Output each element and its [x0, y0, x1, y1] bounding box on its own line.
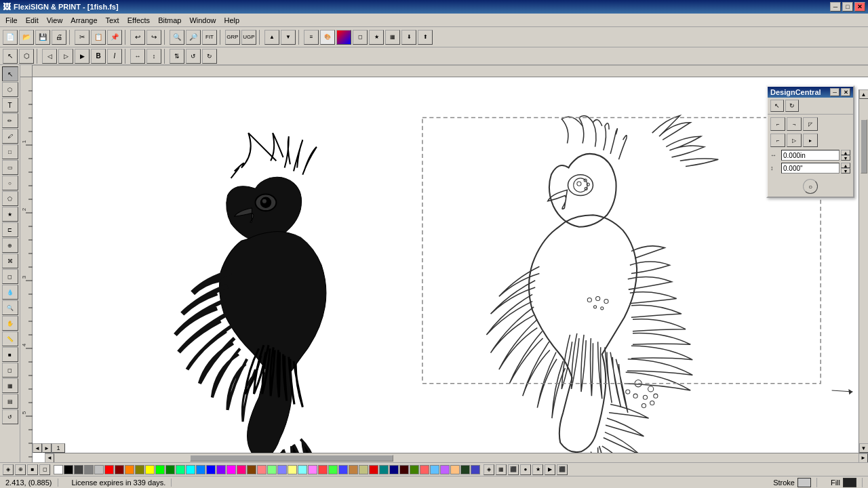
dc-minimize-button[interactable]: ─ [830, 88, 840, 96]
dc-align-tc[interactable]: ▷ [787, 134, 802, 147]
colorbar-icon5[interactable]: ★ [532, 464, 543, 475]
swatch-periwinkle[interactable] [338, 465, 348, 474]
tool-eraser[interactable]: ◻ [2, 269, 18, 284]
dc-align-bc[interactable]: ▸ [803, 134, 818, 147]
tool-text[interactable]: T [2, 98, 18, 113]
swatch-white[interactable] [54, 465, 63, 474]
color-mode-btn3[interactable]: ■ [27, 464, 38, 475]
swatch-blue[interactable] [206, 465, 216, 474]
tool-zoom[interactable]: 🔍 [2, 300, 18, 315]
dc-align-br[interactable]: ◸ [803, 117, 818, 131]
tool-gradient[interactable]: ▦ [2, 378, 18, 393]
menu-window[interactable]: Window [185, 15, 220, 26]
hscroll-thumb[interactable] [190, 455, 393, 462]
menu-arrange[interactable]: Arrange [66, 15, 101, 26]
color-mode-btn2[interactable]: ⊕ [15, 464, 26, 475]
menu-effects[interactable]: Effects [123, 15, 154, 26]
swatch-dolive[interactable] [135, 465, 144, 474]
right-align-button[interactable]: ▶ [75, 49, 90, 64]
tool-node[interactable]: ⬡ [2, 82, 18, 97]
tab-page1[interactable]: 1 [52, 443, 65, 453]
tool-knife[interactable]: ⌘ [2, 253, 18, 268]
center-align-button[interactable]: ▷ [58, 49, 73, 64]
select2-button[interactable]: ↖ [3, 49, 18, 64]
fill-button[interactable] [336, 30, 351, 45]
paste-button[interactable]: 📌 [107, 30, 122, 45]
tool-ellipse[interactable]: ○ [2, 176, 18, 190]
swatch-forest[interactable] [460, 465, 470, 474]
swatch-lblue2[interactable] [277, 465, 287, 474]
swatch-khaki[interactable] [359, 465, 368, 474]
back-button[interactable]: ▼ [281, 30, 296, 45]
scroll-down-button[interactable]: ▼ [859, 443, 869, 453]
colorbar-icon2[interactable]: ▦ [496, 464, 507, 475]
swatch-pink[interactable] [237, 465, 246, 474]
menu-file[interactable]: File [1, 15, 22, 26]
swatch-lyellow[interactable] [288, 465, 297, 474]
menu-view[interactable]: View [43, 15, 67, 26]
color-button[interactable]: 🎨 [320, 30, 335, 45]
menu-help[interactable]: Help [220, 15, 244, 26]
tool-fill[interactable]: ■ [2, 347, 18, 362]
cut-button[interactable]: ✂ [75, 30, 90, 45]
colorbar-icon1[interactable]: ◈ [484, 464, 494, 475]
effects-button[interactable]: ★ [369, 30, 384, 45]
tool-polygon[interactable]: ⬠ [2, 191, 18, 206]
tool-shape[interactable]: □ [2, 144, 18, 159]
tool-pen[interactable]: 🖊 [2, 129, 18, 144]
swatch-seagreen[interactable] [328, 465, 338, 474]
menu-text[interactable]: Text [102, 15, 123, 26]
node2-button[interactable]: ⬡ [19, 49, 34, 64]
colorbar-icon3[interactable]: ⬛ [508, 464, 519, 475]
tool-measure[interactable]: 📏 [2, 331, 18, 346]
rotate-cw-button[interactable]: ↻ [202, 49, 217, 64]
swatch-lpink[interactable] [308, 465, 317, 474]
swatch-magenta[interactable] [226, 465, 236, 474]
tool-pattern[interactable]: ▤ [2, 394, 18, 409]
vscroll-thumb[interactable] [861, 119, 867, 174]
swatch-purple[interactable] [216, 465, 226, 474]
colorbar-icon7[interactable]: ⬛ [557, 464, 568, 475]
zoom-out-button[interactable]: 🔎 [186, 30, 201, 45]
group-button[interactable]: GRP [225, 30, 240, 45]
scroll-left-button[interactable]: ◄ [45, 453, 54, 463]
print-button[interactable]: 🖨 [52, 30, 66, 45]
swatch-maroon[interactable] [399, 465, 409, 474]
swatch-teal[interactable] [379, 465, 389, 474]
scroll-right-button[interactable]: ► [859, 453, 868, 463]
swatch-navy[interactable] [389, 465, 399, 474]
bitmap-button[interactable]: ▦ [385, 30, 400, 45]
swatch-salmon[interactable] [420, 465, 429, 474]
dc-height-field[interactable]: 0.000" [781, 163, 840, 174]
tool-eyedrop[interactable]: 💧 [2, 285, 18, 300]
swatch-dred[interactable] [115, 465, 124, 474]
dc-width-field[interactable]: 0.000in [781, 150, 840, 161]
bold-button[interactable]: B [91, 49, 106, 64]
stroke-button[interactable]: ◻ [353, 30, 368, 45]
colorbar-icon6[interactable]: ▶ [545, 464, 555, 475]
dc-height-up[interactable]: ▲ [841, 163, 850, 168]
dc-title-bar[interactable]: DesignCentral ─ ✕ [768, 87, 853, 98]
swatch-gray[interactable] [84, 465, 94, 474]
tab-prev[interactable]: ◄ [33, 443, 42, 453]
swatch-lavender[interactable] [440, 465, 450, 474]
zoom-in-button[interactable]: 🔍 [170, 30, 184, 45]
swatch-orange[interactable] [125, 465, 134, 474]
dc-rotate-tool[interactable]: ↻ [785, 100, 799, 112]
color-mode-btn1[interactable]: ◈ [3, 464, 14, 475]
dc-align-tr[interactable]: ¬ [787, 117, 802, 131]
redo-button[interactable]: ↪ [146, 30, 161, 45]
dc-align-tl[interactable]: ⌐ [770, 117, 785, 131]
swatch-mint[interactable] [176, 465, 185, 474]
tool-rectangle[interactable]: ▭ [2, 160, 18, 175]
dc-close-button[interactable]: ✕ [841, 88, 850, 96]
close-button[interactable]: ✕ [854, 2, 865, 12]
swatch-red[interactable] [104, 465, 114, 474]
import-button[interactable]: ⬇ [401, 30, 416, 45]
swatch-indigo[interactable] [471, 465, 480, 474]
swatch-olive2[interactable] [410, 465, 419, 474]
swatch-lred[interactable] [257, 465, 267, 474]
ungroup-button[interactable]: UGP [241, 30, 256, 45]
swatch-peach[interactable] [450, 465, 460, 474]
mirror-v-button[interactable]: ↕ [146, 49, 161, 64]
